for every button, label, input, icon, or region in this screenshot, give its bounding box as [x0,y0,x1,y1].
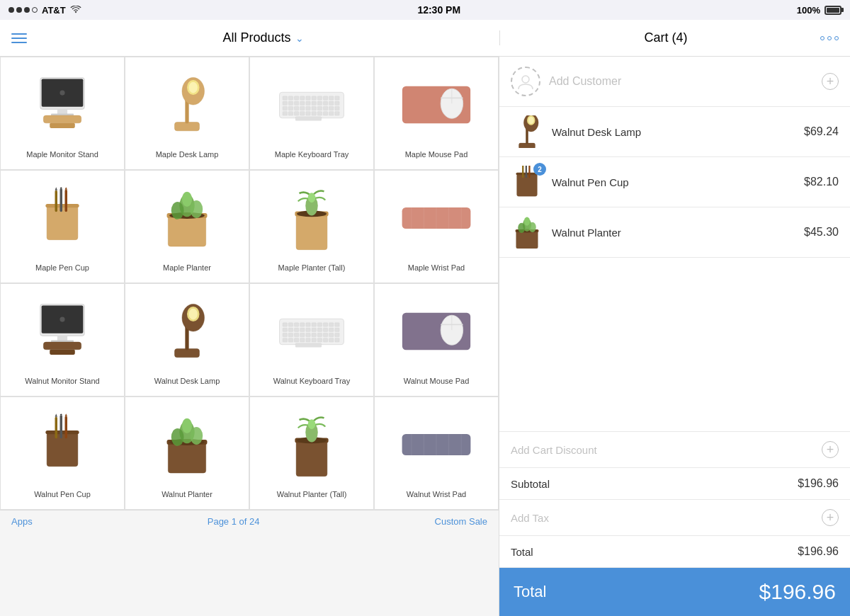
product-svg-8 [380,179,492,257]
more-options-button[interactable] [820,36,839,40]
product-image-10 [131,292,243,370]
chevron-down-icon: ⌄ [295,33,304,44]
product-image-13 [6,406,118,484]
product-cell-15[interactable]: Walnut Planter (Tall) [249,397,374,510]
svg-rect-89 [50,350,75,355]
total-label: Total [511,546,533,558]
wifi-icon [70,6,81,14]
product-cell-11[interactable]: Walnut Keyboard Tray [249,283,374,397]
add-customer-button[interactable]: + [822,73,839,90]
svg-marker-65 [65,187,68,190]
product-cell-10[interactable]: Walnut Desk Lamp [125,283,249,397]
svg-rect-7 [175,122,200,131]
svg-rect-26 [300,101,305,105]
product-cell-2[interactable]: Maple Desk Lamp [125,57,249,170]
svg-rect-35 [294,106,298,110]
product-name-16: Walnut Wrist Pad [407,489,466,499]
svg-rect-132 [312,338,316,341]
product-svg-4 [380,66,492,144]
product-cell-12[interactable]: Walnut Mouse Pad [374,283,499,397]
product-image-4 [380,66,492,144]
svg-rect-103 [317,322,322,326]
svg-rect-136 [335,338,339,341]
svg-rect-117 [283,333,287,336]
product-cell-7[interactable]: Maple Planter (Tall) [249,170,374,283]
product-cell-9[interactable]: Walnut Monitor Stand [0,283,125,397]
svg-rect-28 [312,101,316,105]
product-name-12: Walnut Mouse Pad [404,376,470,386]
custom-sale-link[interactable]: Custom Sale [435,516,487,527]
product-image-16 [380,406,492,484]
cart-item-1[interactable]: 2 Walnut Pen Cup $82.10 [499,157,850,207]
svg-marker-64 [60,187,63,188]
svg-rect-3 [51,113,74,115]
product-name-3: Maple Keyboard Tray [275,149,349,159]
cart-title: Cart (4) [511,30,820,45]
add-tax-button[interactable]: + [822,509,839,526]
product-cell-13[interactable]: Walnut Pen Cup [0,397,125,510]
svg-rect-123 [317,333,322,336]
svg-rect-57 [441,98,463,99]
product-cell-8[interactable]: Maple Wrist Pad [374,170,499,283]
subtotal-value: $196.96 [798,477,839,490]
main-content: Maple Monitor Stand Maple Desk Lamp [0,57,850,616]
product-name-2: Maple Desk Lamp [156,149,219,159]
product-cell-1[interactable]: Maple Monitor Stand [0,57,125,170]
add-discount-row[interactable]: Add Cart Discount + [499,432,850,468]
product-name-9: Walnut Monitor Stand [25,376,99,386]
svg-rect-43 [283,111,287,115]
product-cell-6[interactable]: Maple Planter [125,170,249,283]
hamburger-menu-button[interactable] [11,33,27,43]
bottom-nav-bar: Apps Page 1 of 24 Custom Sale [0,510,499,532]
svg-point-95 [189,309,198,320]
product-image-7 [256,179,368,257]
svg-rect-130 [300,338,305,341]
svg-point-161 [308,419,316,429]
cart-item-0[interactable]: Walnut Desk Lamp $69.24 [499,107,850,157]
product-image-2 [131,66,243,144]
product-cell-3[interactable]: Maple Keyboard Tray [249,57,374,170]
apps-link[interactable]: Apps [11,516,33,527]
add-tax-row[interactable]: Add Tax + [499,500,850,536]
svg-point-173 [528,117,534,124]
svg-rect-177 [526,166,527,178]
signal-dot-2 [16,7,22,13]
product-cell-16[interactable]: Walnut Wrist Pad [374,397,499,510]
header-left: All Products ⌄ [0,30,499,45]
product-svg-9 [6,292,118,370]
product-svg-13 [6,406,118,484]
carrier-label: AT&T [42,5,66,16]
add-discount-button[interactable]: + [822,441,839,458]
svg-rect-108 [288,328,293,331]
product-cell-14[interactable]: Walnut Planter [125,397,249,510]
svg-rect-15 [294,96,298,99]
add-customer-row[interactable]: Add Customer + [499,57,850,107]
product-cell-5[interactable]: Maple Pen Cup [0,170,125,283]
product-image-3 [256,66,368,144]
cart-item-2[interactable]: Walnut Planter $45.30 [499,207,850,258]
svg-rect-98 [288,322,293,326]
products-title[interactable]: All Products ⌄ [27,30,499,45]
cart-item-thumb-1: 2 [511,166,543,198]
svg-rect-37 [306,106,310,110]
svg-rect-31 [329,101,334,105]
product-name-11: Walnut Keyboard Tray [273,376,350,386]
product-name-14: Walnut Planter [162,489,212,499]
product-cell-4[interactable]: Maple Mouse Pad [374,57,499,170]
svg-rect-30 [323,101,327,105]
product-svg-3 [256,66,368,144]
customer-avatar [511,67,540,96]
product-svg-11 [256,292,368,370]
svg-rect-60 [55,190,58,212]
svg-rect-86 [57,336,67,341]
signal-dot-3 [24,7,30,13]
total-row: Total $196.96 [499,536,850,568]
clock: 12:30 PM [417,4,460,16]
svg-rect-120 [300,333,305,336]
svg-rect-38 [312,106,316,110]
svg-marker-63 [55,187,58,190]
more-dot-2 [827,36,832,40]
cart-item-name-2: Walnut Planter [552,227,795,239]
product-svg-5 [6,179,118,257]
checkout-total-bar[interactable]: Total $196.96 [499,568,850,616]
